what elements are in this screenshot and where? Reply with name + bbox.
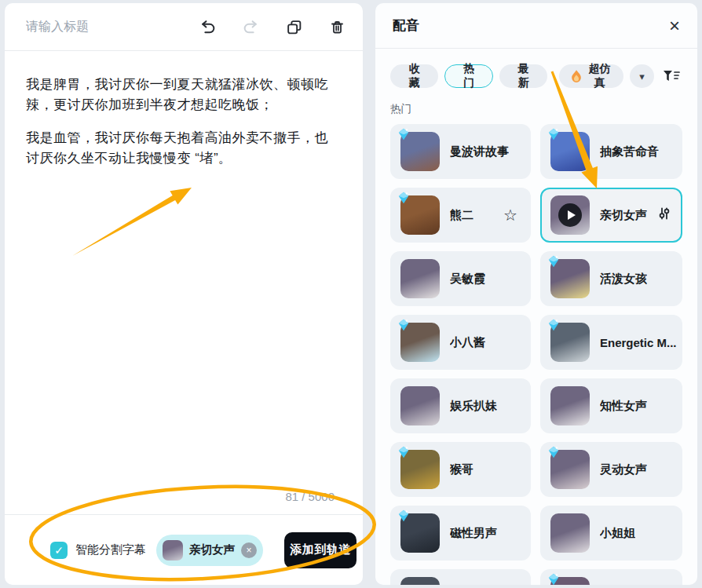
voice-card[interactable]: 小八酱 [390,315,531,370]
tab-favorites[interactable]: 收藏 [390,64,438,88]
voice-avatar [400,259,440,298]
script-paragraph: 我是脾胃，我讨厌你一到夏天就猛灌冰饮、顿顿吃辣，更讨厌你加班到半夜才想起吃晚饭； [26,75,341,115]
voice-name: 小八酱 [450,335,485,350]
voice-name: 磁性男声 [450,526,497,541]
voice-avatar [550,195,590,235]
voice-tabs: 收藏 热门 最新 超仿真 ▾ [390,64,682,88]
voice-avatar [400,132,440,171]
voice-card[interactable]: 猴哥 [390,442,531,497]
voice-card[interactable]: 小姐姐 [540,506,682,561]
char-count: 81 / 5000 [285,490,335,503]
diamond-badge-icon [397,318,411,332]
voice-name: 知性女声 [600,399,647,414]
voice-avatar [400,450,440,489]
voice-name: 灵动女声 [600,462,647,477]
trash-icon[interactable] [328,18,346,35]
voice-avatar [400,513,440,553]
chip-voice-avatar [163,540,183,561]
voice-card[interactable]: 磁性男声 [390,506,531,561]
flame-icon [571,70,582,83]
voice-avatar [550,132,590,171]
diamond-badge-icon [547,318,561,332]
voice-name: 活泼女孩 [600,272,647,287]
title-input[interactable] [26,20,199,34]
diamond-badge-icon [547,445,561,459]
selected-voice-chip[interactable]: 亲切女声 × [156,535,263,566]
add-to-track-button[interactable]: 添加到轨道 [284,532,356,568]
play-icon[interactable] [550,195,590,235]
filter-icon [663,70,680,82]
close-icon[interactable]: × [669,16,680,35]
voice-avatar [400,577,440,585]
diamond-badge-icon [397,509,411,523]
voice-name: Energetic M... [600,336,677,349]
voice-avatar [400,195,440,235]
voice-card[interactable] [540,569,682,585]
voice-card[interactable]: 抽象苦命音 [540,124,682,179]
smart-subtitle-label: 智能分割字幕 [75,542,146,557]
diamond-badge-icon [547,572,561,585]
chip-voice-name: 亲切女声 [189,542,235,557]
editor-header [5,3,363,50]
voice-avatar [400,323,440,362]
editor-footer: ✓ 智能分割字幕 亲切女声 × 添加到轨道 [5,514,363,585]
voice-name: 吴敏霞 [450,272,485,287]
dubbing-header: 配音 × [375,3,697,48]
diamond-badge-icon [547,127,561,141]
section-label: 热门 [390,102,682,116]
voice-grid: 曼波讲故事 [390,124,682,585]
diamond-badge-icon [547,254,561,268]
voice-card[interactable]: 亲切女声 [540,188,682,243]
voice-avatar [550,386,590,425]
voice-card[interactable]: Energetic M... [540,315,682,370]
app-window: 我是脾胃，我讨厌你一到夏天就猛灌冰饮、顿顿吃辣，更讨厌你加班到半夜才想起吃晚饭；… [0,0,702,588]
script-text-area[interactable]: 我是脾胃，我讨厌你一到夏天就猛灌冰饮、顿顿吃辣，更讨厌你加班到半夜才想起吃晚饭；… [5,51,363,514]
voice-name: 曼波讲故事 [450,144,509,159]
voice-card[interactable]: 灵动女声 [540,442,682,497]
voice-list-area: 收藏 热门 最新 超仿真 ▾ [375,49,697,585]
voice-settings-icon[interactable] [657,206,671,224]
voice-avatar [550,323,590,362]
dubbing-panel: 配音 × 收藏 热门 最新 超仿真 ▾ [375,3,697,585]
voice-card[interactable]: 活泼女孩 [540,251,682,306]
voice-card[interactable] [390,569,531,585]
voice-avatar [550,450,590,489]
copy-icon[interactable] [285,18,302,35]
voice-avatar [400,386,440,425]
voice-card[interactable]: 知性女声 [540,378,682,433]
voice-name: 小姐姐 [600,526,635,541]
filter-button[interactable] [660,64,682,88]
voice-name: 抽象苦命音 [600,144,659,159]
star-icon[interactable]: ☆ [503,206,517,225]
chevron-down-icon: ▾ [639,71,645,82]
chip-remove-icon[interactable]: × [241,542,257,558]
script-paragraph: 我是血管，我讨厌你每天抱着高油外卖不撒手，也讨厌你久坐不动让我慢慢变 “堵”。 [26,128,341,169]
redo-icon[interactable] [242,18,259,35]
voice-avatar [550,577,590,585]
voice-name: 亲切女声 [600,208,647,223]
voice-card[interactable]: 熊二 ☆ [390,188,531,243]
tab-hyperreal[interactable]: 超仿真 [559,64,623,88]
voice-card[interactable]: 娱乐扒妹 [390,378,531,433]
voice-name: 猴哥 [450,462,473,477]
diamond-badge-icon [397,445,411,459]
diamond-badge-icon [397,127,411,141]
voice-name: 娱乐扒妹 [450,399,497,414]
tab-hyperreal-label: 超仿真 [587,62,612,90]
text-editor-panel: 我是脾胃，我讨厌你一到夏天就猛灌冰饮、顿顿吃辣，更讨厌你加班到半夜才想起吃晚饭；… [5,3,363,585]
tab-newest[interactable]: 最新 [499,64,547,88]
voice-name: 熊二 [450,208,473,223]
undo-icon[interactable] [199,18,216,35]
voice-card[interactable]: 吴敏霞 [390,251,531,306]
voice-avatar [550,259,590,298]
voice-avatar [550,513,590,553]
editor-toolbar [199,18,346,35]
tabs-expand-button[interactable]: ▾ [630,64,653,88]
voice-card[interactable]: 曼波讲故事 [390,124,531,179]
tab-hot[interactable]: 热门 [444,64,492,88]
diamond-badge-icon [397,191,411,205]
smart-subtitle-checkbox[interactable]: ✓ [50,542,68,559]
panel-title: 配音 [393,16,419,35]
